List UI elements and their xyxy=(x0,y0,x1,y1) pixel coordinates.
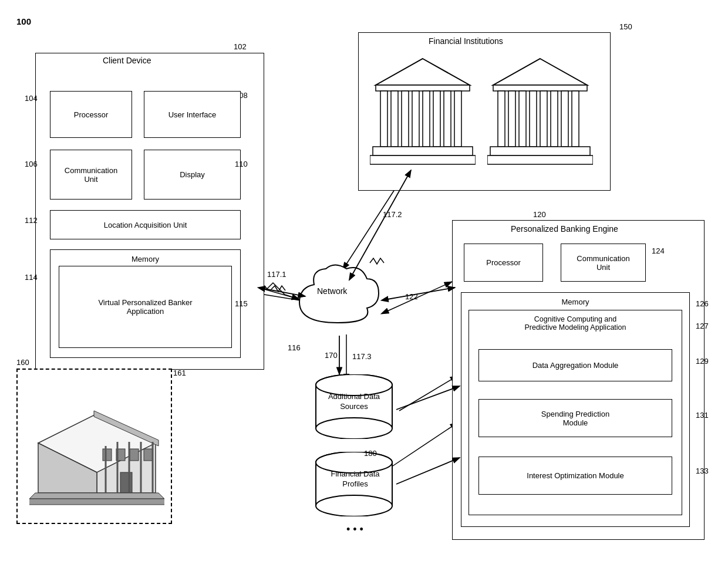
svg-rect-27 xyxy=(519,91,526,147)
svg-rect-25 xyxy=(498,91,505,147)
network-label: Network xyxy=(317,286,347,296)
cognitive-label: Cognitive Computing andPredictive Modeli… xyxy=(493,315,658,332)
vpba-label: Virtual Personalized BankerApplication xyxy=(59,266,231,347)
be-processor-box: Processor xyxy=(464,244,543,282)
svg-rect-11 xyxy=(376,85,470,91)
ref-131: 131 xyxy=(696,411,709,420)
svg-rect-21 xyxy=(370,156,476,164)
label-117-3: 117.3 xyxy=(352,352,372,361)
ellipsis: • • • xyxy=(346,523,363,536)
ref-116: 116 xyxy=(288,343,301,352)
ref-150: 150 xyxy=(619,22,632,31)
svg-rect-14 xyxy=(402,91,409,147)
financial-institutions-label: Financial Institutions xyxy=(429,36,503,46)
label-117-1: 117.1 xyxy=(267,270,287,279)
interest-label: Interest Optimization Module xyxy=(479,457,672,494)
svg-rect-24 xyxy=(493,85,587,91)
svg-line-67 xyxy=(387,288,455,299)
user-interface-label: User Interface xyxy=(144,92,240,137)
be-comm-box: CommunicationUnit xyxy=(561,244,646,282)
location-label: Location Acquisition Unit xyxy=(50,211,240,239)
svg-line-70 xyxy=(396,458,460,484)
ref-112: 112 xyxy=(25,216,38,225)
svg-rect-32 xyxy=(572,91,579,147)
svg-rect-19 xyxy=(454,91,461,147)
svg-rect-52 xyxy=(130,449,139,461)
ref-160: 160 xyxy=(16,358,29,367)
financial-data-label: Financial DataProfiles xyxy=(320,469,390,489)
spending-box: Spending PredictionModule xyxy=(478,399,672,437)
data-agg-box: Data Aggregation Module xyxy=(478,349,672,381)
ref-106: 106 xyxy=(25,160,38,168)
ref-104: 104 xyxy=(25,94,38,103)
svg-rect-34 xyxy=(487,156,593,164)
comm-unit-box-client: CommunicationUnit xyxy=(50,150,132,200)
be-memory-label: Memory xyxy=(562,298,589,306)
ref-126: 126 xyxy=(696,299,709,308)
svg-rect-29 xyxy=(540,91,547,147)
comm-unit-label-client: CommunicationUnit xyxy=(50,150,132,199)
svg-rect-20 xyxy=(373,147,473,156)
svg-rect-18 xyxy=(444,91,451,147)
ref-127: 127 xyxy=(696,322,709,330)
svg-rect-54 xyxy=(120,472,132,493)
svg-rect-53 xyxy=(144,449,153,461)
svg-rect-13 xyxy=(391,91,398,147)
svg-rect-17 xyxy=(433,91,440,147)
svg-line-69 xyxy=(396,386,460,410)
svg-rect-28 xyxy=(530,91,537,147)
svg-rect-33 xyxy=(490,147,590,156)
ref-133: 133 xyxy=(696,467,709,475)
additional-data-label: Additional DataSources xyxy=(319,392,389,412)
svg-rect-30 xyxy=(551,91,558,147)
diagram-number: 100 xyxy=(16,16,31,26)
user-interface-box: User Interface xyxy=(144,91,241,138)
interest-box: Interest Optimization Module xyxy=(478,457,672,495)
svg-marker-9 xyxy=(376,59,470,85)
spending-label: Spending PredictionModule xyxy=(479,400,672,437)
svg-line-7 xyxy=(387,422,458,469)
location-box: Location Acquisition Unit xyxy=(50,210,241,239)
processor-box: Processor xyxy=(50,91,132,138)
svg-rect-12 xyxy=(380,91,387,147)
ref-161: 161 xyxy=(173,369,186,377)
svg-rect-16 xyxy=(423,91,430,147)
svg-rect-26 xyxy=(508,91,515,147)
ref-170: 170 xyxy=(325,351,338,360)
ref-129: 129 xyxy=(696,357,709,366)
vpba-box: Virtual Personalized BankerApplication xyxy=(59,266,232,348)
svg-marker-61 xyxy=(29,493,164,499)
svg-line-6 xyxy=(399,376,458,411)
display-label: Display xyxy=(144,150,240,199)
svg-line-4 xyxy=(387,282,452,311)
label-122: 122 xyxy=(405,292,418,301)
label-117-2: 117.2 xyxy=(383,210,402,219)
banking-engine-label: Personalized Banking Engine xyxy=(511,224,618,234)
client-device-label: Client Device xyxy=(103,56,151,65)
ref-120: 120 xyxy=(533,210,546,219)
svg-rect-31 xyxy=(561,91,568,147)
svg-marker-22 xyxy=(493,59,587,85)
svg-marker-62 xyxy=(29,499,164,505)
ref-124: 124 xyxy=(652,246,665,255)
ref-115: 115 xyxy=(235,299,248,308)
ref-180: 180 xyxy=(364,449,377,458)
svg-rect-50 xyxy=(103,449,112,461)
memory-label: Memory xyxy=(132,255,159,263)
processor-label: Processor xyxy=(50,92,132,137)
ref-110: 110 xyxy=(235,160,248,168)
ref-102: 102 xyxy=(234,42,247,51)
ref-114: 114 xyxy=(25,273,38,282)
data-agg-label: Data Aggregation Module xyxy=(479,350,672,381)
svg-point-39 xyxy=(316,418,392,439)
display-box: Display xyxy=(144,150,241,200)
svg-point-45 xyxy=(316,495,392,516)
be-comm-label: CommunicationUnit xyxy=(561,244,645,281)
be-processor-label: Processor xyxy=(464,244,542,281)
svg-rect-15 xyxy=(412,91,419,147)
